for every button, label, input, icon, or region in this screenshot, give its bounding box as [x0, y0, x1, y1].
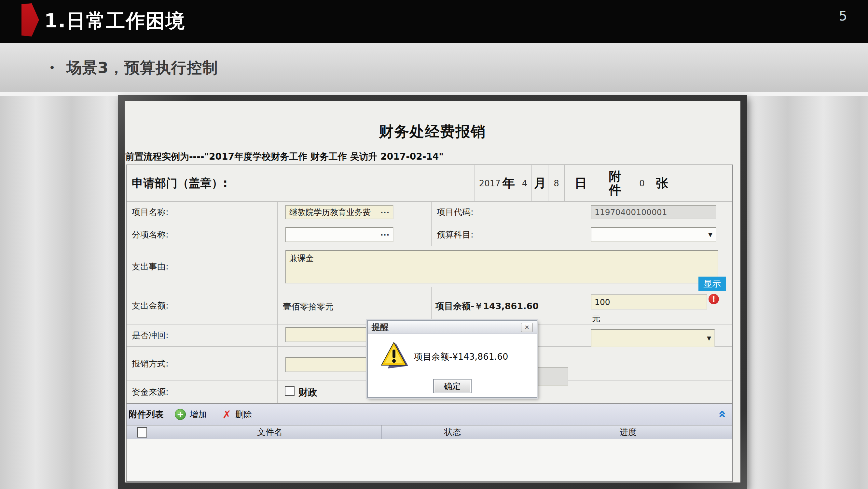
budget-subject-dropdown[interactable]: ▼	[591, 227, 716, 242]
subitem-picker-icon[interactable]: ···	[380, 231, 390, 239]
year-value: 2017	[479, 178, 501, 188]
project-code-input: 11970400100001	[591, 205, 716, 219]
presentation-slide: 1.日常工作困境 5 • 场景3，预算执行控制 财务处经费报销 前置流程实例为-…	[0, 0, 868, 489]
project-name-label: 项目名称:	[127, 202, 277, 223]
column-header-progress[interactable]: 进度	[524, 426, 732, 439]
balance-cell: 项目余额-￥143,861.60	[431, 287, 586, 324]
reimbursement-form-app: 财务处经费报销 前置流程实例为----"2017年度学校财务工作 财务工作 吴访…	[125, 101, 740, 483]
collapse-panel-icon[interactable]: «	[716, 410, 730, 418]
add-icon[interactable]: +	[175, 409, 186, 420]
project-name-input[interactable]: 继教院学历教育业务费 ···	[285, 205, 394, 219]
reason-cell: 兼课金	[277, 246, 732, 287]
form-header-row: 申请部门（盖章）: 2017 年 4 月 8 日 附件 0 张	[127, 165, 732, 201]
project-balance-text: 项目余额-￥143,861.60	[435, 300, 539, 312]
amount-input-cell: 100 ! 元	[586, 287, 732, 324]
amount-alert-icon: !	[709, 294, 719, 304]
ok-button[interactable]: 确定	[433, 379, 472, 393]
page-number: 5	[839, 8, 847, 24]
dialog-title: 提醒	[372, 321, 389, 333]
project-row: 项目名称: 继教院学历教育业务费 ··· 项目代码: 1197040010000…	[127, 201, 732, 223]
alert-dialog: 提醒 ✕ 项目余额-¥143,861.60 确定	[367, 320, 537, 398]
project-code-label: 项目代码:	[431, 202, 586, 223]
amount-input[interactable]: 100	[591, 294, 707, 310]
budget-subject-cell: ▼	[586, 223, 732, 246]
warning-icon	[379, 341, 409, 371]
fund-source-label: 资金来源:	[127, 381, 277, 403]
subitem-row: 分项名称: ··· 预算科目: ▼	[127, 223, 732, 246]
subtitle-band: • 场景3，预算执行控制	[0, 43, 868, 92]
attachment-toolbar: 附件列表 + 增加 ✗ 删除 «	[127, 403, 732, 425]
red-arrow-accent-icon	[22, 3, 39, 36]
screenshot-frame: 财务处经费报销 前置流程实例为----"2017年度学校财务工作 财务工作 吴访…	[118, 95, 747, 489]
delete-icon[interactable]: ✗	[222, 408, 231, 421]
attachment-list-title: 附件列表	[129, 408, 164, 420]
attachment-grid-header: 文件名 状态 进度	[127, 425, 732, 439]
dialog-message: 项目余额-¥143,861.60	[414, 351, 508, 363]
add-attachment-button[interactable]: 增加	[190, 409, 207, 420]
attachment-unit-label: 张	[651, 165, 732, 201]
amount-row: 支出金额: 壹佰零拾零元 项目余额-￥143,861.60 100 !	[127, 287, 732, 324]
scenario-subtitle: 场景3，预算执行控制	[66, 58, 218, 78]
slide-header-bar: 1.日常工作困境 5	[0, 0, 868, 43]
column-header-filename[interactable]: 文件名	[158, 426, 381, 439]
day-value[interactable]: 8	[548, 165, 564, 201]
bullet-marker: •	[49, 61, 55, 74]
attachment-count[interactable]: 0	[633, 165, 651, 201]
delete-attachment-button[interactable]: 删除	[235, 409, 252, 420]
day-unit-label: 日	[564, 165, 597, 201]
dialog-body: 项目余额-¥143,861.60 确定	[368, 334, 537, 398]
workflow-instance-note: 前置流程实例为----"2017年度学校财务工作 财务工作 吴访升 2017-0…	[125, 150, 443, 163]
amount-unit-label: 元	[592, 313, 600, 324]
subitem-cell: ···	[277, 223, 431, 246]
reversal-label: 是否冲回:	[127, 324, 277, 346]
year-unit-label: 年	[502, 175, 515, 192]
fund-source-option-label: 财政	[299, 386, 317, 399]
method-label: 报销方式:	[127, 347, 277, 380]
select-all-cell	[127, 426, 158, 439]
method-spacer-cell	[586, 347, 732, 380]
project-name-picker-icon[interactable]: ···	[380, 208, 390, 216]
select-all-checkbox[interactable]	[137, 427, 147, 437]
project-code-cell: 11970400100001	[586, 202, 732, 223]
month-unit-label: 月	[531, 165, 548, 201]
chevron-down-icon: ▼	[707, 335, 711, 341]
close-icon[interactable]: ✕	[521, 323, 533, 332]
attachment-label-cell: 附件	[597, 165, 633, 201]
subitem-label: 分项名称:	[127, 223, 277, 246]
form-title: 财务处经费报销	[125, 122, 740, 141]
reversal-dropdown-cell: ▼	[586, 324, 732, 346]
reason-label: 支出事由:	[127, 246, 277, 287]
budget-subject-label: 预算科目:	[431, 223, 586, 246]
date-year-cell: 2017 年 4	[474, 165, 531, 201]
show-button[interactable]: 显示	[699, 277, 726, 291]
column-header-status[interactable]: 状态	[381, 426, 524, 439]
month-value[interactable]: 4	[522, 178, 528, 188]
chevron-down-icon: ▼	[708, 231, 712, 238]
dialog-titlebar[interactable]: 提醒 ✕	[368, 321, 537, 334]
reason-row: 支出事由: 兼课金	[127, 246, 732, 287]
attachment-grid-body	[127, 439, 732, 481]
apply-dept-label: 申请部门（盖章）:	[127, 165, 474, 201]
attachment-label: 附件	[608, 170, 622, 197]
amount-label: 支出金额:	[127, 287, 277, 324]
amount-in-words: 壹佰零拾零元	[283, 301, 334, 312]
amount-words-cell: 壹佰零拾零元	[277, 287, 431, 324]
subitem-input[interactable]: ···	[285, 227, 394, 242]
slide-title: 1.日常工作困境	[44, 0, 185, 43]
fund-source-checkbox[interactable]	[285, 386, 294, 396]
reason-textarea[interactable]: 兼课金	[285, 250, 718, 283]
reversal-dropdown[interactable]: ▼	[591, 329, 715, 347]
project-name-cell: 继教院学历教育业务费 ···	[277, 202, 431, 223]
